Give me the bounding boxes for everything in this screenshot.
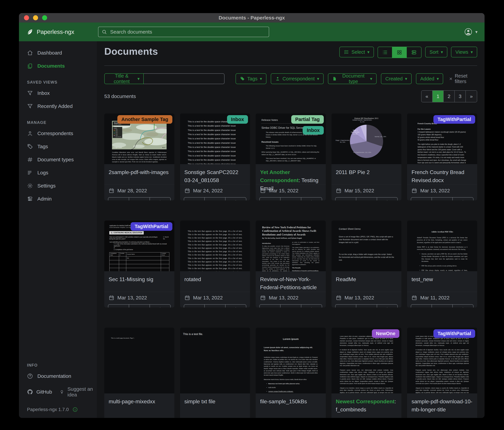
- minimize-window-button[interactable]: [33, 15, 38, 20]
- sidebar-item-admin[interactable]: Admin: [19, 192, 97, 206]
- card-title[interactable]: ReadMe: [332, 271, 402, 292]
- sidebar-item-dashboard[interactable]: Dashboard: [19, 46, 97, 59]
- edit-document-button[interactable]: [108, 305, 129, 308]
- view-document-button[interactable]: [356, 197, 377, 200]
- document-card[interactable]: Contact Sheet DemoGiven a set of image f…: [332, 221, 402, 308]
- document-card[interactable]: Release NotesSimba ODBC Driver for SQL S…: [256, 113, 326, 200]
- download-document-button[interactable]: [150, 305, 170, 308]
- view-grid-button[interactable]: [392, 47, 407, 58]
- card-title[interactable]: 2sample-pdf-with-images: [104, 164, 174, 185]
- download-document-button[interactable]: [453, 305, 473, 308]
- download-document-button[interactable]: [301, 305, 322, 308]
- document-type-filter-button[interactable]: Document type ▾: [328, 73, 377, 84]
- card-title[interactable]: French Country Bread Revised.docx: [407, 164, 477, 185]
- edit-document-button[interactable]: [184, 197, 205, 200]
- download-document-button[interactable]: [225, 305, 246, 308]
- view-document-button[interactable]: [205, 197, 225, 200]
- edit-document-button[interactable]: [260, 305, 280, 308]
- info-icon[interactable]: [72, 407, 78, 412]
- pagination-page-1[interactable]: 1: [432, 91, 444, 102]
- card-title[interactable]: simple txt file: [180, 393, 250, 414]
- title-content-filter-input[interactable]: [144, 73, 225, 84]
- tag-badge[interactable]: TagWithPartial: [131, 222, 172, 231]
- user-menu[interactable]: ▾: [464, 28, 477, 36]
- pagination-page-2[interactable]: 2: [444, 91, 455, 102]
- card-title[interactable]: 2011 BP Pie 2: [332, 164, 402, 185]
- correspondent-filter-button[interactable]: Correspondent ▾: [271, 73, 324, 84]
- tag-badge[interactable]: TagWithPartial: [433, 329, 475, 338]
- document-card[interactable]: This is a test for the double space char…: [180, 113, 250, 200]
- zoom-window-button[interactable]: [42, 15, 47, 20]
- sidebar-item-logs[interactable]: Logs: [19, 166, 97, 179]
- sidebar-item-inbox[interactable]: Inbox: [19, 87, 97, 100]
- document-thumbnail-frame[interactable]: Review of New York Federal Petitions for…: [256, 221, 326, 271]
- view-document-button[interactable]: [129, 197, 150, 200]
- document-card[interactable]: Lorem ipsum dolor sit amet, consectetur …: [407, 328, 477, 418]
- document-thumbnail-frame[interactable]: Adobe Acrobat PDF FilesAdobe® Portable D…: [407, 221, 477, 271]
- document-thumbnail-frame[interactable]: Contact Sheet DemoGiven a set of image f…: [332, 221, 402, 271]
- view-document-button[interactable]: [356, 305, 377, 308]
- view-document-button[interactable]: [205, 305, 225, 308]
- view-document-button[interactable]: [129, 305, 150, 308]
- card-correspondent[interactable]: Yet Another Correspondent: [260, 169, 298, 183]
- document-card[interactable]: This is a test file.simple txt file: [180, 328, 250, 418]
- reset-filters-button[interactable]: × Reset filters: [449, 73, 477, 84]
- document-card[interactable]: This is a multi page document. Page 1.mu…: [104, 328, 174, 418]
- sidebar-item-tags[interactable]: Tags: [19, 140, 97, 153]
- document-thumbnail-frame[interactable]: Patient BP Distribution 2011Normal, 151,…: [332, 113, 402, 164]
- tag-badge[interactable]: Inbox: [227, 115, 248, 124]
- card-title[interactable]: Sec 11-Missing sig: [104, 271, 174, 292]
- download-document-button[interactable]: [453, 197, 473, 200]
- pagination-last[interactable]: »: [466, 91, 477, 102]
- title-content-filter-button[interactable]: Title & content ▾: [104, 73, 144, 84]
- card-title[interactable]: Yet Another Correspondent: Testing Email: [256, 164, 326, 185]
- card-title[interactable]: Review-of-New-York-Federal-Petitions-art…: [256, 271, 326, 292]
- edit-document-button[interactable]: [411, 305, 432, 308]
- search-input[interactable]: [110, 29, 266, 35]
- card-title[interactable]: Newest Correspondent: f_combineds: [332, 393, 402, 416]
- card-correspondent[interactable]: Newest Correspondent: [336, 398, 395, 404]
- download-document-button[interactable]: [377, 197, 397, 200]
- download-document-button[interactable]: [150, 197, 170, 200]
- sidebar-item-suggest-idea[interactable]: Suggest an idea: [60, 386, 94, 398]
- tag-badge[interactable]: TagWithPartial: [433, 115, 475, 124]
- view-document-button[interactable]: [432, 197, 453, 200]
- added-filter-button[interactable]: Added ▾: [416, 73, 443, 84]
- sidebar-item-recently-added[interactable]: Recently Added: [19, 100, 97, 113]
- pagination-first[interactable]: «: [422, 91, 432, 102]
- document-thumbnail-frame[interactable]: Lorem ipsumLorem ipsum dolor sit amet, c…: [256, 328, 326, 393]
- pagination-page-3[interactable]: 3: [455, 91, 466, 102]
- tag-badge[interactable]: Partial Tag: [291, 115, 324, 124]
- created-filter-button[interactable]: Created ▾: [381, 73, 412, 84]
- view-document-button[interactable]: [280, 305, 301, 308]
- sidebar-item-documentation[interactable]: Documentation: [19, 370, 97, 383]
- document-card[interactable]: Boundary Waters Tripsix days at BWCALege…: [104, 113, 174, 200]
- edit-document-button[interactable]: [108, 197, 129, 200]
- tag-badge[interactable]: Another Sample Tag: [117, 115, 172, 124]
- card-title[interactable]: multi-page-mixedxx: [104, 393, 174, 414]
- view-document-button[interactable]: [280, 197, 301, 200]
- edit-document-button[interactable]: [184, 305, 205, 308]
- card-title[interactable]: sample-pdf-download-10-mb-longer-title: [407, 393, 477, 416]
- select-button[interactable]: Select ▾: [339, 47, 374, 57]
- sidebar-item-documents[interactable]: Documents: [19, 59, 97, 73]
- document-card[interactable]: This is the text that appears on the fir…: [180, 221, 250, 308]
- download-document-button[interactable]: [301, 197, 322, 200]
- edit-document-button[interactable]: [335, 305, 356, 308]
- download-document-button[interactable]: [225, 197, 246, 200]
- document-thumbnail-frame[interactable]: This is a multi page document. Page 1.: [104, 328, 174, 393]
- tag-badge[interactable]: Inbox: [303, 126, 324, 135]
- document-card[interactable]: Review of New York Federal Petitions for…: [256, 221, 326, 308]
- card-title[interactable]: Sonstige ScanPC2022 03-24_081058: [180, 164, 250, 185]
- download-document-button[interactable]: [377, 305, 397, 308]
- view-list-button[interactable]: [378, 47, 392, 58]
- edit-document-button[interactable]: [335, 197, 356, 200]
- sidebar-item-document-types[interactable]: Document types: [19, 153, 97, 166]
- document-card[interactable]: Adobe Acrobat PDF FilesAdobe® Portable D…: [407, 221, 477, 308]
- card-title[interactable]: file-sample_150kBs: [256, 393, 326, 414]
- document-card[interactable]: Lorem ipsum dolor sit amet, consectetur …: [332, 328, 402, 418]
- sidebar-item-github[interactable]: GitHub: [27, 389, 52, 395]
- edit-document-button[interactable]: [411, 197, 432, 200]
- sort-button[interactable]: Sort ▾: [425, 47, 447, 57]
- views-button[interactable]: Views ▾: [451, 47, 477, 57]
